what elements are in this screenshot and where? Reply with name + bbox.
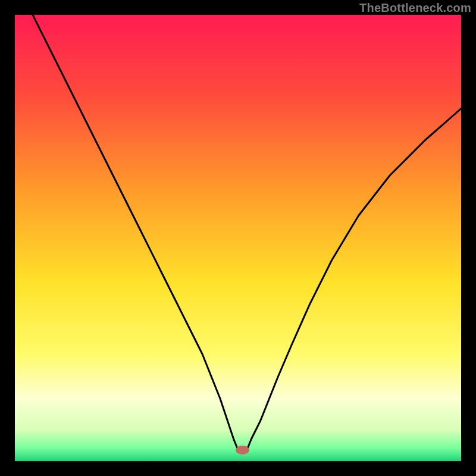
min-point-marker xyxy=(236,446,249,455)
watermark-text: TheBottleneck.com xyxy=(359,1,471,15)
chart-frame: TheBottleneck.com xyxy=(0,0,476,476)
bottleneck-chart xyxy=(15,15,461,461)
plot-background xyxy=(15,15,461,461)
